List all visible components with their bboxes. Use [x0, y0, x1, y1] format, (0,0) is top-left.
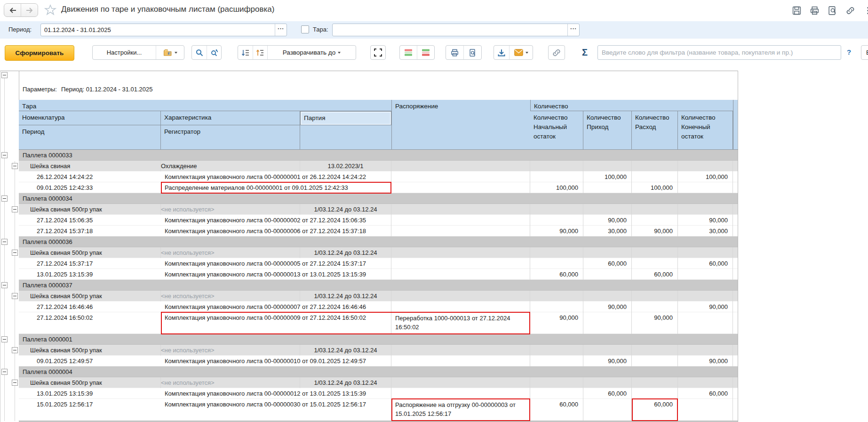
header-cell-tara[interactable]: Тара	[19, 100, 391, 111]
cell-batch: 13.02.2023/1	[300, 161, 391, 171]
more-vertical-icon[interactable]	[863, 5, 868, 16]
table-top-border	[0, 71, 738, 71]
expander-minus-icon[interactable]	[12, 347, 18, 353]
print-icon[interactable]	[809, 5, 820, 16]
link-icon[interactable]	[845, 5, 855, 16]
header-cell-quantity-1[interactable]: КоличествоНачальныйостаток	[530, 111, 583, 150]
cell-nomenclature: Шейка свиная	[19, 161, 161, 171]
expander-minus-icon[interactable]	[1, 152, 8, 158]
subgroup-row[interactable]: Шейка свиная 500гр упак<не используется>…	[0, 204, 738, 215]
save-icon[interactable]	[791, 5, 802, 16]
search-button[interactable]	[192, 46, 207, 59]
help-button[interactable]: ?	[847, 48, 851, 56]
subgroup-row[interactable]: Шейка свиная 500гр упак<не используется>…	[0, 345, 738, 356]
tara-input[interactable]	[333, 24, 567, 36]
quick-filter-input[interactable]	[597, 45, 841, 60]
header-cell-batch-selected[interactable]: Партия	[300, 111, 391, 125]
expand-groups-button[interactable]	[253, 46, 267, 59]
cell-nomenclature: Шейка свиная 500гр упак	[19, 204, 161, 215]
header-cell-quantity-4[interactable]: КоличествоКонечныйостаток	[678, 111, 733, 150]
group-row[interactable]: Паллета 0000001	[0, 334, 738, 345]
group-row[interactable]: Паллета 0000004	[0, 366, 738, 377]
expander-minus-icon[interactable]	[1, 369, 8, 375]
header-cell-batch-empty[interactable]	[300, 125, 391, 150]
settings-button[interactable]: Настройки...	[93, 46, 156, 59]
data-row[interactable]: 27.12.2024 15:37:18Комплектация упаковоч…	[0, 226, 738, 236]
preview-icon[interactable]	[827, 5, 837, 16]
expander-minus-icon[interactable]	[1, 72, 8, 78]
expander-minus-icon[interactable]	[12, 163, 18, 169]
tara-choose-button[interactable]: ...	[567, 24, 579, 36]
more-button[interactable]: Ещё	[861, 45, 868, 60]
save-file-button[interactable]	[494, 46, 509, 59]
period-input[interactable]	[41, 24, 275, 36]
group-row[interactable]: Паллета 0000037	[0, 280, 738, 291]
back-button[interactable]	[4, 4, 21, 16]
header-cell-registrar[interactable]: Регистратор	[161, 125, 300, 150]
forward-button[interactable]	[21, 4, 38, 16]
data-row[interactable]: 27.12.2024 15:06:35Комплектация упаковоч…	[0, 215, 738, 226]
header-cell-quantity-group[interactable]: Количество	[531, 100, 733, 111]
expander-minus-icon[interactable]	[1, 239, 8, 245]
data-row[interactable]: 15.01.2025 12:56:17Комплектация упаковоч…	[0, 399, 738, 421]
cell-registrar: Комплектация упаковочного листа 00-00000…	[161, 226, 391, 236]
cell-q4	[678, 291, 733, 301]
print-preview-button[interactable]	[463, 46, 481, 59]
header-cell-quantity-3[interactable]: КоличествоРасход	[632, 111, 678, 150]
data-row[interactable]: 27.12.2024 15:37:17Комплектация упаковоч…	[0, 258, 738, 269]
header-cell-quantity-2[interactable]: КоличествоПриход	[583, 111, 632, 150]
get-link-button[interactable]	[548, 45, 565, 60]
fullscreen-button[interactable]	[370, 45, 386, 60]
expander-minus-icon[interactable]	[1, 336, 8, 342]
export-group	[494, 45, 533, 60]
data-row[interactable]: 09.01.2025 12:49:57Комплектация упаковоч…	[0, 356, 738, 366]
favorite-star-icon[interactable]	[44, 4, 56, 16]
group-row[interactable]: Паллета 0000036	[0, 236, 738, 247]
conditional-appearance-on-button[interactable]	[400, 46, 417, 59]
print-report-button[interactable]	[446, 46, 463, 59]
expander-minus-icon[interactable]	[12, 250, 18, 256]
expander-minus-icon[interactable]	[12, 380, 18, 386]
header-cell-order[interactable]: Распоряжение	[391, 100, 531, 150]
period-choose-button[interactable]: ...	[275, 24, 287, 36]
print-preview-icon	[468, 49, 477, 57]
cell-period: 26.12.2024 14:24:22	[19, 171, 161, 182]
expand-to-button[interactable]: Разворачивать до	[267, 46, 356, 59]
tara-checkbox[interactable]	[301, 25, 309, 33]
sum-button[interactable]: Σ	[582, 47, 588, 58]
header-cell-characteristic[interactable]: Характеристика	[161, 111, 300, 125]
cell-period: 27.12.2024 16:50:02	[19, 312, 161, 334]
cell-quantity-q2: 100,000	[583, 171, 632, 182]
expander-minus-icon[interactable]	[1, 282, 8, 288]
cell-quantity-q2	[583, 269, 632, 280]
expander-minus-icon[interactable]	[12, 206, 18, 212]
cell-q1	[530, 291, 583, 301]
data-row[interactable]: 26.12.2024 14:24:22Комплектация упаковоч…	[0, 171, 738, 182]
email-button[interactable]	[509, 46, 533, 59]
data-row[interactable]: 09.01.2025 12:42:33Распределение материа…	[0, 182, 738, 193]
group-row[interactable]: Паллета 0000034	[0, 193, 738, 204]
more-label: Ещё	[866, 49, 868, 56]
data-row[interactable]: 27.12.2024 16:50:02Комплектация упаковоч…	[0, 312, 738, 334]
header-cell-clipped	[733, 100, 738, 150]
subgroup-row[interactable]: Шейка свиная 500гр упак<не используется>…	[0, 247, 738, 258]
cell-q4	[678, 161, 733, 171]
expander-minus-icon[interactable]	[12, 293, 18, 299]
collapse-groups-button[interactable]	[238, 46, 253, 59]
cell-quantity-q1	[530, 388, 583, 399]
data-row[interactable]: 27.12.2024 16:46:46Комплектация упаковоч…	[0, 301, 738, 312]
generate-button[interactable]: Сформировать	[5, 45, 74, 61]
group-row[interactable]: Паллета 0000033	[0, 150, 738, 161]
cell-quantity-q4	[678, 312, 733, 334]
subgroup-row[interactable]: Шейка свиная 500гр упак<не используется>…	[0, 291, 738, 301]
header-cell-nomenclature[interactable]: Номенклатура	[19, 111, 161, 125]
search-next-button[interactable]	[207, 46, 221, 59]
data-row[interactable]: 13.01.2025 13:15:39Комплектация упаковоч…	[0, 269, 738, 280]
conditional-appearance-off-button[interactable]	[417, 46, 434, 59]
settings-variant-button[interactable]	[156, 46, 184, 59]
subgroup-row[interactable]: Шейка свиная 500гр упак<не используется>…	[0, 377, 738, 388]
expander-minus-icon[interactable]	[1, 195, 8, 202]
data-row[interactable]: 13.01.2025 13:15:39Комплектация упаковоч…	[0, 388, 738, 399]
header-cell-period[interactable]: Период	[19, 125, 161, 150]
subgroup-row[interactable]: Шейка свинаяОхлаждение13.02.2023/1	[0, 161, 738, 171]
